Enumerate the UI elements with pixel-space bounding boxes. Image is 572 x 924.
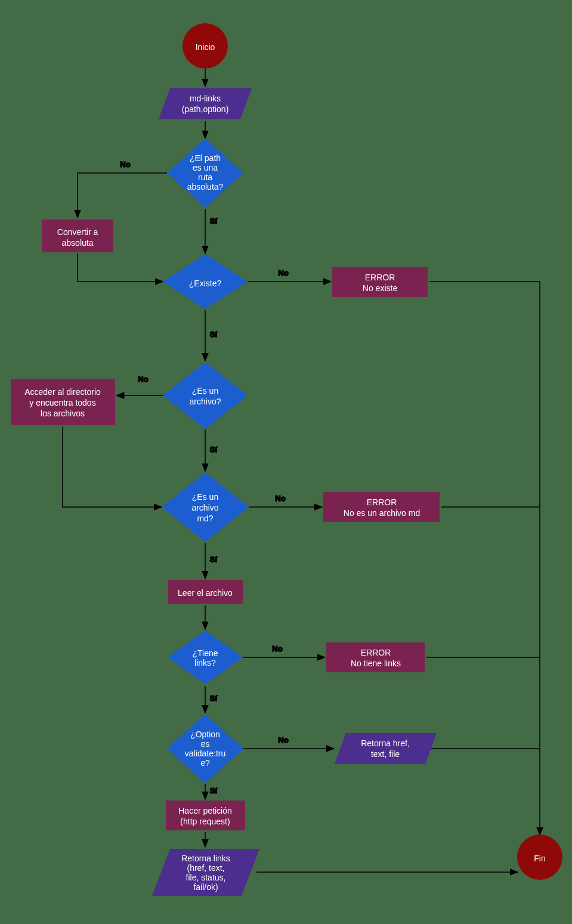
svg-marker-50 <box>163 362 248 429</box>
svg-text:¿Existe?: ¿Existe? <box>189 279 222 288</box>
svg-text:Convertir a: Convertir a <box>57 227 98 237</box>
svg-text:y encuentra todos: y encuentra todos <box>29 398 95 407</box>
svg-text:Sí: Sí <box>210 330 218 339</box>
svg-text:ERROR: ERROR <box>365 273 395 282</box>
svg-text:No es un archivo md: No es un archivo md <box>344 508 420 518</box>
svg-text:absoluta?: absoluta? <box>187 182 224 191</box>
svg-text:Sí: Sí <box>210 694 218 703</box>
svg-text:¿Es un: ¿Es un <box>192 386 218 395</box>
return-full-node: Retorna links (href, text, file, status,… <box>152 849 259 896</box>
ismd-decision: ¿Es un archivo md? <box>162 472 249 542</box>
svg-text:los archivos: los archivos <box>41 409 85 418</box>
svg-text:absoluta: absoluta <box>62 238 94 248</box>
error-nolinks: ERROR No tiene links <box>326 642 425 672</box>
svg-text:es: es <box>201 739 210 749</box>
svg-text:Sí: Sí <box>210 786 218 795</box>
accessdir-process: Acceder al directorio y encuentra todos … <box>11 379 115 425</box>
svg-text:Sí: Sí <box>210 555 218 564</box>
svg-text:ruta: ruta <box>198 172 212 182</box>
isfile-decision: ¿Es un archivo? <box>163 362 248 429</box>
haslinks-decision: ¿Tiene links? <box>168 631 243 684</box>
svg-text:es una: es una <box>193 163 218 172</box>
svg-text:validate:tru: validate:tru <box>185 749 225 758</box>
svg-text:¿El path: ¿El path <box>190 153 221 163</box>
svg-text:¿Option: ¿Option <box>190 730 220 739</box>
svg-text:text, file: text, file <box>371 749 400 759</box>
error-notmd: ERROR No es un archivo md <box>323 492 440 522</box>
end-node: Fin <box>517 835 562 880</box>
svg-text:Retorna links: Retorna links <box>181 854 230 863</box>
svg-text:ERROR: ERROR <box>361 648 391 657</box>
svg-text:Inicio: Inicio <box>196 42 215 52</box>
exists-decision: ¿Existe? <box>163 254 248 309</box>
svg-text:No: No <box>138 375 148 384</box>
svg-text:Hacer petición: Hacer petición <box>178 806 232 815</box>
absolute-decision: ¿El path es una ruta absoluta? <box>167 138 243 208</box>
start-node: Inicio <box>183 23 228 69</box>
svg-text:Sí: Sí <box>210 445 218 454</box>
mdlinks-node: md-links (path,option) <box>159 88 252 119</box>
svg-text:(http request): (http request) <box>180 817 230 826</box>
error-noexist: ERROR No existe <box>332 267 428 297</box>
httprequest-process: Hacer petición (http request) <box>166 801 245 830</box>
svg-text:ERROR: ERROR <box>367 497 397 507</box>
svg-text:No: No <box>278 268 288 277</box>
return-basic-node: Retorna href, text, file <box>335 733 437 764</box>
svg-text:(path,option): (path,option) <box>182 104 229 114</box>
svg-text:No: No <box>275 494 285 503</box>
svg-text:Retorna href,: Retorna href, <box>361 738 410 748</box>
svg-text:No existe: No existe <box>363 283 398 293</box>
svg-text:Fin: Fin <box>534 854 545 863</box>
svg-text:No: No <box>278 736 288 744</box>
svg-text:archivo?: archivo? <box>190 397 221 406</box>
readfile-process: Leer el archivo <box>168 580 243 604</box>
svg-text:md-links: md-links <box>190 94 221 103</box>
svg-text:No: No <box>272 644 282 653</box>
svg-text:(href, text,: (href, text, <box>187 863 224 873</box>
svg-text:file, status,: file, status, <box>186 873 226 882</box>
svg-text:fail/ok): fail/ok) <box>193 882 218 892</box>
svg-text:¿Tiene: ¿Tiene <box>192 648 218 658</box>
svg-text:Acceder al directorio: Acceder al directorio <box>24 387 101 397</box>
edges: Sí No Sí No Sí No Sí No Sí <box>63 69 540 872</box>
convert-process: Convertir a absoluta <box>42 220 113 252</box>
svg-text:e?: e? <box>200 758 210 768</box>
svg-text:links?: links? <box>194 658 216 667</box>
svg-text:archivo: archivo <box>191 503 218 512</box>
svg-text:md?: md? <box>197 514 213 523</box>
svg-text:Leer el archivo: Leer el archivo <box>178 588 233 598</box>
svg-text:No tiene links: No tiene links <box>351 659 401 668</box>
svg-text:No: No <box>120 160 130 169</box>
validate-decision: ¿Option es validate:tru e? <box>167 714 243 783</box>
svg-text:Sí: Sí <box>210 217 218 225</box>
svg-text:¿Es un: ¿Es un <box>192 492 218 502</box>
